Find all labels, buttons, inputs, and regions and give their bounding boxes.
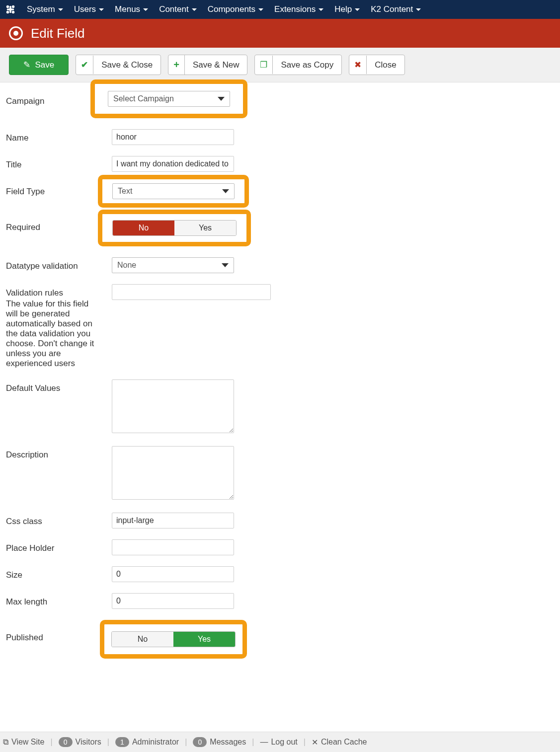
datatype-label: Datatype validation — [6, 257, 112, 271]
required-no-button[interactable]: No — [113, 221, 174, 235]
menu-content[interactable]: Content — [159, 4, 197, 14]
joomla-logo-icon[interactable] — [5, 4, 16, 15]
validation-input[interactable] — [112, 284, 271, 300]
size-input[interactable] — [112, 566, 234, 582]
placeholder-label: Place Holder — [6, 539, 112, 553]
datatype-select[interactable]: None — [112, 257, 234, 273]
field-type-label: Field Type — [6, 183, 112, 197]
validation-label: Validation rules — [6, 288, 63, 298]
default-values-label: Default Values — [6, 379, 112, 393]
published-label: Published — [6, 620, 112, 643]
required-toggle: No Yes — [112, 220, 237, 236]
published-highlight: No Yes — [100, 620, 247, 659]
caret-down-icon — [99, 8, 104, 11]
name-input[interactable] — [112, 129, 234, 145]
required-yes-button[interactable]: Yes — [174, 221, 236, 235]
copy-icon: ❐ — [260, 60, 267, 70]
save-close-button[interactable]: ✔ Save & Close — [76, 55, 161, 75]
menu-extensions[interactable]: Extensions — [274, 4, 323, 14]
field-type-highlight: Text — [98, 175, 249, 208]
cancel-icon: ✖ — [354, 60, 361, 70]
menu-k2content[interactable]: K2 Content — [371, 4, 421, 14]
save-copy-button[interactable]: ❐ Save as Copy — [254, 55, 342, 75]
max-length-input[interactable] — [112, 593, 234, 609]
placeholder-input[interactable] — [112, 539, 234, 555]
menu-help[interactable]: Help — [334, 4, 360, 14]
css-class-input[interactable] — [112, 513, 234, 528]
required-label: Required — [6, 210, 112, 232]
title-input[interactable] — [112, 156, 234, 172]
svg-point-2 — [6, 11, 9, 14]
default-values-textarea[interactable] — [112, 379, 234, 433]
save-button[interactable]: ✎ Save — [9, 55, 69, 75]
chevron-down-icon — [222, 189, 229, 193]
page-header: Edit Field — [0, 19, 560, 48]
form: Campaign Select Campaign Name Title Fiel… — [0, 82, 560, 672]
caret-down-icon — [355, 8, 360, 11]
published-toggle: No Yes — [111, 631, 236, 647]
menu-menus[interactable]: Menus — [115, 4, 148, 14]
campaign-highlight: Select Campaign — [90, 79, 247, 118]
caret-down-icon — [416, 8, 421, 11]
css-class-label: Css class — [6, 513, 112, 526]
pencil-icon: ✎ — [23, 60, 30, 70]
check-icon: ✔ — [81, 60, 88, 70]
published-yes-button[interactable]: Yes — [173, 632, 235, 647]
name-label: Name — [6, 129, 112, 143]
description-textarea[interactable] — [112, 446, 234, 500]
svg-point-3 — [12, 11, 15, 14]
menu-system[interactable]: System — [27, 4, 63, 14]
svg-point-0 — [6, 5, 9, 8]
caret-down-icon — [319, 8, 323, 11]
required-highlight: No Yes — [98, 210, 251, 246]
target-icon — [9, 26, 23, 40]
page-title: Edit Field — [31, 26, 84, 41]
field-type-select[interactable]: Text — [112, 183, 235, 199]
caret-down-icon — [58, 8, 63, 11]
caret-down-icon — [143, 8, 148, 11]
svg-rect-5 — [7, 8, 14, 10]
caret-down-icon — [192, 8, 197, 11]
svg-point-1 — [12, 5, 15, 8]
description-label: Description — [6, 446, 112, 460]
campaign-select[interactable]: Select Campaign — [108, 91, 230, 107]
size-label: Size — [6, 566, 112, 580]
menu-users[interactable]: Users — [74, 4, 104, 14]
validation-hint: The value for this field will be generat… — [6, 299, 102, 369]
chevron-down-icon — [218, 97, 225, 101]
published-no-button[interactable]: No — [112, 632, 173, 647]
caret-down-icon — [258, 8, 263, 11]
chevron-down-icon — [222, 263, 229, 267]
save-new-button[interactable]: + Save & New — [168, 55, 247, 75]
plus-icon: + — [173, 59, 179, 71]
top-menu: System Users Menus Content Components Ex… — [0, 0, 560, 19]
toolbar: ✎ Save ✔ Save & Close + Save & New ❐ Sav… — [0, 48, 560, 82]
menu-components[interactable]: Components — [208, 4, 263, 14]
title-label: Title — [6, 156, 112, 170]
max-length-label: Max length — [6, 593, 112, 607]
close-button[interactable]: ✖ Close — [349, 55, 404, 75]
